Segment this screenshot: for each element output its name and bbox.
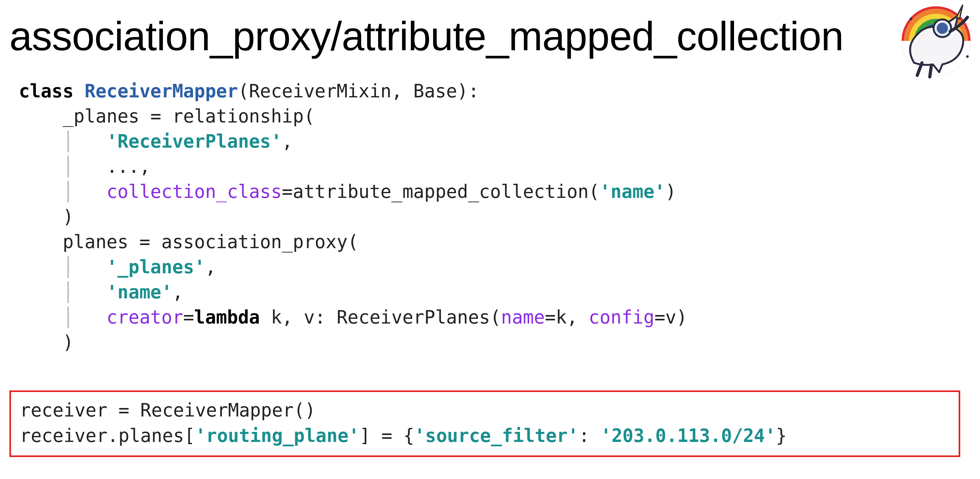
config-eq: =v) bbox=[654, 307, 687, 328]
str-routing-plane: 'routing_plane' bbox=[195, 425, 360, 446]
str-ip: '203.0.113.0/24' bbox=[601, 425, 776, 446]
ellipsis: ..., bbox=[107, 156, 150, 177]
str-source-filter: 'source_filter' bbox=[414, 425, 579, 446]
indent-guide: │ bbox=[63, 156, 74, 177]
name-eq: =k, bbox=[545, 307, 589, 328]
kwarg-name: name bbox=[501, 307, 545, 328]
indent-guide: │ bbox=[63, 256, 74, 278]
indent-guide: │ bbox=[63, 181, 74, 202]
str-name-1: 'name' bbox=[600, 181, 666, 202]
usage-line2-d: } bbox=[776, 425, 787, 446]
indent-guide: │ bbox=[63, 131, 74, 152]
keyword-class: class bbox=[19, 80, 74, 102]
kwarg-creator: creator bbox=[107, 307, 183, 328]
svg-point-10 bbox=[966, 55, 969, 58]
svg-point-9 bbox=[910, 18, 912, 20]
lambda-args: k, v: ReceiverPlanes( bbox=[260, 307, 501, 328]
class-name: ReceiverMapper bbox=[85, 80, 238, 102]
str-planes-priv: '_planes' bbox=[107, 256, 205, 278]
kwarg-collection-class: collection_class bbox=[107, 181, 282, 202]
rel-close: ) bbox=[63, 206, 74, 227]
logo-unicorn-astronaut-rainbow bbox=[895, 0, 977, 81]
slide-title: association_proxy/attribute_mapped_colle… bbox=[10, 13, 899, 60]
cc-close: ) bbox=[665, 181, 676, 202]
class-bases: (ReceiverMixin, Base): bbox=[238, 80, 479, 102]
creator-eq: = bbox=[183, 307, 194, 328]
line-planes-priv: _planes = relationship( bbox=[63, 105, 315, 127]
usage-line2-c: : bbox=[579, 425, 601, 446]
indent-guide: │ bbox=[63, 307, 74, 328]
cc-eq: =attribute_mapped_collection( bbox=[282, 181, 600, 202]
svg-point-8 bbox=[937, 22, 948, 34]
str-name-2: 'name' bbox=[107, 281, 172, 303]
line-planes-pub: planes = association_proxy( bbox=[63, 231, 359, 252]
usage-line2-b: ] = { bbox=[360, 425, 415, 446]
ap-close: ) bbox=[63, 332, 74, 353]
slide: association_proxy/attribute_mapped_colle… bbox=[0, 0, 980, 479]
kwarg-config: config bbox=[589, 307, 655, 328]
str-receiverplanes: 'ReceiverPlanes' bbox=[107, 131, 282, 152]
usage-line1: receiver = ReceiverMapper() bbox=[20, 399, 316, 421]
usage-line2-a: receiver.planes[ bbox=[20, 425, 195, 446]
keyword-lambda: lambda bbox=[194, 307, 260, 328]
code-block-usage-highlighted: receiver = ReceiverMapper() receiver.pla… bbox=[10, 390, 960, 457]
code-block-main: class ReceiverMapper(ReceiverMixin, Base… bbox=[19, 78, 687, 355]
indent-guide: │ bbox=[63, 281, 74, 303]
